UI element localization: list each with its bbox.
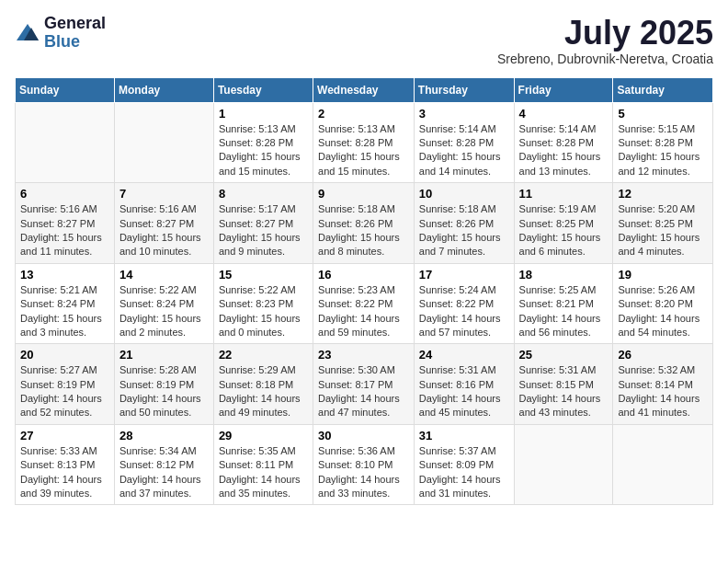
day-info: Sunrise: 5:14 AM Sunset: 8:28 PM Dayligh…	[419, 122, 509, 179]
calendar-cell	[514, 424, 613, 505]
calendar-cell: 6Sunrise: 5:16 AM Sunset: 8:27 PM Daylig…	[16, 183, 115, 264]
logo-text: General Blue	[44, 15, 106, 52]
calendar-cell	[16, 102, 115, 183]
calendar-cell: 21Sunrise: 5:28 AM Sunset: 8:19 PM Dayli…	[114, 344, 213, 425]
logo-general: General	[44, 15, 106, 33]
logo: General Blue	[15, 15, 106, 52]
header-wednesday: Wednesday	[313, 77, 415, 102]
calendar-cell: 18Sunrise: 5:25 AM Sunset: 8:21 PM Dayli…	[514, 263, 613, 344]
location: Srebreno, Dubrovnik-Neretva, Croatia	[497, 52, 713, 66]
day-info: Sunrise: 5:19 AM Sunset: 8:25 PM Dayligh…	[519, 202, 609, 259]
day-number: 5	[618, 107, 708, 121]
day-number: 24	[419, 348, 509, 362]
calendar-cell: 7Sunrise: 5:16 AM Sunset: 8:27 PM Daylig…	[114, 183, 213, 264]
day-number: 29	[219, 429, 308, 442]
calendar-cell: 22Sunrise: 5:29 AM Sunset: 8:18 PM Dayli…	[213, 344, 313, 425]
day-number: 12	[618, 187, 708, 201]
calendar-cell: 9Sunrise: 5:18 AM Sunset: 8:26 PM Daylig…	[313, 183, 415, 264]
calendar-week-5: 27Sunrise: 5:33 AM Sunset: 8:13 PM Dayli…	[16, 424, 713, 505]
day-info: Sunrise: 5:13 AM Sunset: 8:28 PM Dayligh…	[318, 122, 409, 179]
calendar-cell: 28Sunrise: 5:34 AM Sunset: 8:12 PM Dayli…	[114, 424, 213, 505]
day-number: 1	[219, 107, 308, 121]
calendar-cell: 12Sunrise: 5:20 AM Sunset: 8:25 PM Dayli…	[613, 183, 713, 264]
day-number: 6	[20, 187, 109, 201]
day-number: 31	[419, 429, 509, 442]
page-header: General Blue July 2025 Srebreno, Dubrovn…	[15, 15, 713, 66]
day-number: 10	[419, 187, 509, 201]
day-number: 8	[219, 187, 308, 201]
day-number: 27	[20, 429, 109, 442]
day-info: Sunrise: 5:16 AM Sunset: 8:27 PM Dayligh…	[119, 202, 209, 259]
day-info: Sunrise: 5:32 AM Sunset: 8:14 PM Dayligh…	[618, 363, 708, 420]
day-number: 22	[219, 348, 308, 362]
day-info: Sunrise: 5:34 AM Sunset: 8:12 PM Dayligh…	[119, 444, 209, 501]
header-saturday: Saturday	[613, 77, 713, 102]
day-info: Sunrise: 5:23 AM Sunset: 8:22 PM Dayligh…	[318, 283, 409, 340]
day-info: Sunrise: 5:33 AM Sunset: 8:13 PM Dayligh…	[20, 444, 109, 501]
day-number: 11	[519, 187, 609, 201]
logo-blue: Blue	[44, 33, 106, 52]
calendar-cell: 11Sunrise: 5:19 AM Sunset: 8:25 PM Dayli…	[514, 183, 613, 264]
day-info: Sunrise: 5:16 AM Sunset: 8:27 PM Dayligh…	[20, 202, 109, 259]
day-number: 21	[119, 348, 209, 362]
calendar-week-3: 13Sunrise: 5:21 AM Sunset: 8:24 PM Dayli…	[16, 263, 713, 344]
day-info: Sunrise: 5:20 AM Sunset: 8:25 PM Dayligh…	[618, 202, 708, 259]
day-info: Sunrise: 5:24 AM Sunset: 8:22 PM Dayligh…	[419, 283, 509, 340]
calendar-week-4: 20Sunrise: 5:27 AM Sunset: 8:19 PM Dayli…	[16, 344, 713, 425]
calendar-cell	[114, 102, 213, 183]
calendar-cell	[613, 424, 713, 505]
calendar-cell: 30Sunrise: 5:36 AM Sunset: 8:10 PM Dayli…	[313, 424, 415, 505]
day-info: Sunrise: 5:14 AM Sunset: 8:28 PM Dayligh…	[519, 122, 609, 179]
calendar-cell: 26Sunrise: 5:32 AM Sunset: 8:14 PM Dayli…	[613, 344, 713, 425]
day-info: Sunrise: 5:22 AM Sunset: 8:23 PM Dayligh…	[219, 283, 308, 340]
day-info: Sunrise: 5:18 AM Sunset: 8:26 PM Dayligh…	[419, 202, 509, 259]
header-tuesday: Tuesday	[213, 77, 313, 102]
header-thursday: Thursday	[414, 77, 514, 102]
calendar-cell: 5Sunrise: 5:15 AM Sunset: 8:28 PM Daylig…	[613, 102, 713, 183]
day-number: 14	[119, 268, 209, 282]
day-info: Sunrise: 5:35 AM Sunset: 8:11 PM Dayligh…	[219, 444, 308, 501]
calendar-cell: 3Sunrise: 5:14 AM Sunset: 8:28 PM Daylig…	[414, 102, 514, 183]
day-info: Sunrise: 5:17 AM Sunset: 8:27 PM Dayligh…	[219, 202, 308, 259]
day-number: 9	[318, 187, 409, 201]
calendar-cell: 2Sunrise: 5:13 AM Sunset: 8:28 PM Daylig…	[313, 102, 415, 183]
day-number: 7	[119, 187, 209, 201]
day-number: 28	[119, 429, 209, 442]
calendar-cell: 17Sunrise: 5:24 AM Sunset: 8:22 PM Dayli…	[414, 263, 514, 344]
day-number: 2	[318, 107, 409, 121]
day-number: 13	[20, 268, 109, 282]
calendar-cell: 25Sunrise: 5:31 AM Sunset: 8:15 PM Dayli…	[514, 344, 613, 425]
calendar-cell: 13Sunrise: 5:21 AM Sunset: 8:24 PM Dayli…	[16, 263, 115, 344]
header-monday: Monday	[114, 77, 213, 102]
calendar-cell: 29Sunrise: 5:35 AM Sunset: 8:11 PM Dayli…	[213, 424, 313, 505]
calendar-cell: 23Sunrise: 5:30 AM Sunset: 8:17 PM Dayli…	[313, 344, 415, 425]
day-info: Sunrise: 5:31 AM Sunset: 8:16 PM Dayligh…	[419, 363, 509, 420]
day-info: Sunrise: 5:27 AM Sunset: 8:19 PM Dayligh…	[20, 363, 109, 420]
day-number: 19	[618, 268, 708, 282]
calendar-cell: 20Sunrise: 5:27 AM Sunset: 8:19 PM Dayli…	[16, 344, 115, 425]
day-number: 3	[419, 107, 509, 121]
day-number: 4	[519, 107, 609, 121]
title-block: July 2025 Srebreno, Dubrovnik-Neretva, C…	[497, 15, 713, 66]
calendar-cell: 19Sunrise: 5:26 AM Sunset: 8:20 PM Dayli…	[613, 263, 713, 344]
day-info: Sunrise: 5:18 AM Sunset: 8:26 PM Dayligh…	[318, 202, 409, 259]
day-number: 26	[618, 348, 708, 362]
day-info: Sunrise: 5:31 AM Sunset: 8:15 PM Dayligh…	[519, 363, 609, 420]
calendar-cell: 15Sunrise: 5:22 AM Sunset: 8:23 PM Dayli…	[213, 263, 313, 344]
day-number: 25	[519, 348, 609, 362]
calendar-cell: 31Sunrise: 5:37 AM Sunset: 8:09 PM Dayli…	[414, 424, 514, 505]
day-number: 30	[318, 429, 409, 442]
calendar-cell: 1Sunrise: 5:13 AM Sunset: 8:28 PM Daylig…	[213, 102, 313, 183]
day-info: Sunrise: 5:25 AM Sunset: 8:21 PM Dayligh…	[519, 283, 609, 340]
calendar-cell: 16Sunrise: 5:23 AM Sunset: 8:22 PM Dayli…	[313, 263, 415, 344]
day-number: 16	[318, 268, 409, 282]
day-info: Sunrise: 5:15 AM Sunset: 8:28 PM Dayligh…	[618, 122, 708, 179]
calendar-table: SundayMondayTuesdayWednesdayThursdayFrid…	[15, 77, 713, 506]
calendar-cell: 8Sunrise: 5:17 AM Sunset: 8:27 PM Daylig…	[213, 183, 313, 264]
day-number: 18	[519, 268, 609, 282]
day-info: Sunrise: 5:28 AM Sunset: 8:19 PM Dayligh…	[119, 363, 209, 420]
day-info: Sunrise: 5:26 AM Sunset: 8:20 PM Dayligh…	[618, 283, 708, 340]
day-number: 23	[318, 348, 409, 362]
calendar-header-row: SundayMondayTuesdayWednesdayThursdayFrid…	[16, 77, 713, 102]
day-info: Sunrise: 5:36 AM Sunset: 8:10 PM Dayligh…	[318, 444, 409, 501]
